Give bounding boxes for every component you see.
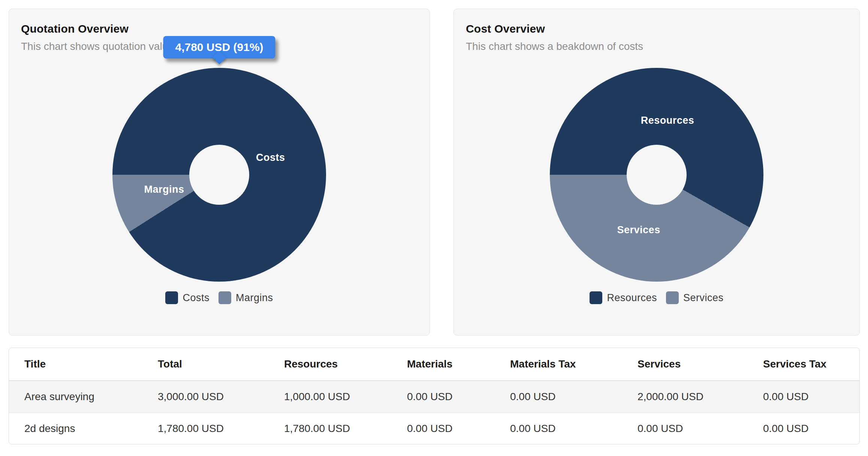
table-cell: 2d designs [24,423,158,435]
slice-label-costs: Costs [256,152,285,164]
legend-item-services[interactable]: Services [666,291,724,304]
table-cell: 0.00 USD [510,423,638,435]
legend-label: Services [683,292,724,304]
tooltip-text: 4,780 USD (91%) [175,41,263,53]
column-header: Total [158,358,284,370]
table-cell: 2,000.00 USD [638,391,763,403]
slice-label-resources: Resources [641,115,694,126]
quotation-card-title: Quotation Overview [21,22,418,35]
column-header: Materials Tax [510,358,638,370]
legend-label: Margins [236,292,273,304]
column-header: Services [638,358,763,370]
table-cell: 0.00 USD [407,391,510,403]
quotation-chart-legend: CostsMargins [9,291,430,304]
table-body: Area surveying3,000.00 USD1,000.00 USD0.… [9,381,859,444]
dashboard-page: Quotation Overview This chart shows quot… [0,0,868,456]
quotation-lines-table: TitleTotalResourcesMaterialsMaterials Ta… [9,348,860,444]
legend-item-resources[interactable]: Resources [590,291,657,304]
legend-item-margins[interactable]: Margins [218,291,273,304]
cost-card-subtitle: This chart shows a beakdown of costs [466,40,847,52]
slice-label-margins: Margins [144,183,184,195]
legend-label: Costs [183,292,210,304]
column-header: Title [24,358,158,370]
cost-overview-card: Cost Overview This chart shows a beakdow… [453,9,860,336]
chart-tooltip: 4,780 USD (91%) [163,36,275,58]
quotation-overview-card: Quotation Overview This chart shows quot… [9,9,430,336]
table-cell: 0.00 USD [407,423,510,435]
legend-swatch-icon [666,291,679,304]
quotation-donut-chart[interactable]: Costs Margins [112,68,326,282]
legend-swatch-icon [165,291,178,304]
table-cell: 1,780.00 USD [284,423,407,435]
table-cell: 0.00 USD [763,423,859,435]
legend-label: Resources [607,292,657,304]
table-cell: 1,780.00 USD [158,423,284,435]
slice-label-services: Services [617,224,660,236]
table-cell: 0.00 USD [638,423,763,435]
table-cell: Area surveying [24,391,158,403]
table-row[interactable]: 2d designs1,780.00 USD1,780.00 USD0.00 U… [9,412,859,444]
donut-hole [627,145,687,205]
table-row[interactable]: Area surveying3,000.00 USD1,000.00 USD0.… [9,381,859,412]
cost-chart-legend: ResourcesServices [454,291,859,304]
table-header-row: TitleTotalResourcesMaterialsMaterials Ta… [9,348,859,381]
table-cell: 3,000.00 USD [158,391,284,403]
legend-swatch-icon [218,291,231,304]
table-cell: 0.00 USD [763,391,859,403]
cost-donut-chart[interactable]: Resources Services [550,68,763,282]
legend-swatch-icon [590,291,602,304]
legend-item-costs[interactable]: Costs [165,291,210,304]
table-cell: 1,000.00 USD [284,391,407,403]
column-header: Materials [407,358,510,370]
cost-card-title: Cost Overview [466,22,847,35]
donut-hole [189,145,249,205]
table-cell: 0.00 USD [510,391,638,403]
column-header: Services Tax [763,358,859,370]
charts-row: Quotation Overview This chart shows quot… [0,0,868,336]
column-header: Resources [284,358,407,370]
